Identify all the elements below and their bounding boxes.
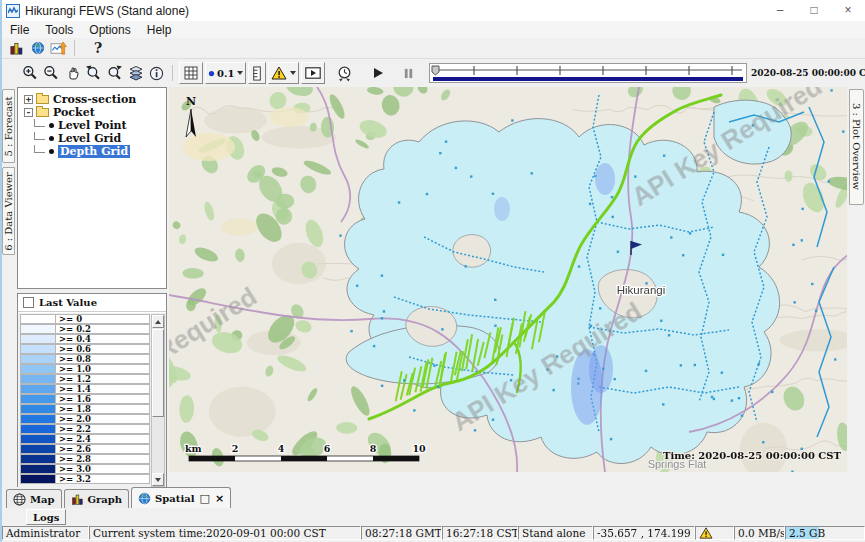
grid-toggle-button[interactable] bbox=[179, 62, 203, 84]
menu-tools[interactable]: Tools bbox=[37, 23, 81, 37]
map-display-icon[interactable] bbox=[27, 39, 48, 57]
legend-color-swatch bbox=[20, 414, 56, 424]
pan-icon[interactable] bbox=[62, 64, 83, 82]
tab-spatial[interactable]: Spatial □ × bbox=[131, 487, 231, 508]
legend-value: >= 1.2 bbox=[56, 374, 150, 384]
legend-value: >= 2.4 bbox=[56, 434, 150, 444]
tab-maximize-icon[interactable]: □ bbox=[200, 492, 210, 505]
scale-tick-label: 8 bbox=[370, 443, 377, 454]
time-slider[interactable] bbox=[429, 63, 747, 83]
dropdown-arrow-icon bbox=[237, 71, 243, 75]
status-system-time: Current system time:2020-09-01 00:00 CST bbox=[89, 526, 361, 540]
app-window: Hikurangi FEWS (Stand alone) – □ × File … bbox=[0, 0, 865, 542]
tree-item-level-grid[interactable]: Level Grid bbox=[24, 132, 166, 144]
legend-row[interactable]: >= 3.2 bbox=[20, 474, 150, 484]
last-value-row: Last Value bbox=[18, 294, 166, 312]
zoom-previous-icon[interactable] bbox=[83, 64, 104, 82]
legend-table: >= 0>= 0.2>= 0.4>= 0.6>= 0.8>= 1.0>= 1.2… bbox=[20, 314, 150, 488]
menu-help[interactable]: Help bbox=[139, 23, 180, 37]
tree-item-label: Pocket bbox=[53, 106, 95, 119]
legend-row[interactable]: >= 3.0 bbox=[20, 464, 150, 474]
status-mode: Stand alone bbox=[518, 526, 593, 540]
legend-value: >= 2.2 bbox=[56, 424, 150, 434]
legend-row[interactable]: >= 1.6 bbox=[20, 394, 150, 404]
collapse-icon[interactable]: - bbox=[24, 108, 33, 117]
zoom-next-icon[interactable] bbox=[104, 64, 125, 82]
ruler-toggle-button[interactable] bbox=[248, 62, 266, 84]
menu-file[interactable]: File bbox=[2, 23, 37, 37]
tree-item-pocket[interactable]: - Pocket bbox=[24, 106, 166, 118]
warnings-dropdown-button[interactable] bbox=[268, 62, 299, 84]
pause-icon[interactable] bbox=[398, 64, 419, 82]
legend-value: >= 0.6 bbox=[56, 344, 150, 354]
legend-row[interactable]: >= 1.4 bbox=[20, 384, 150, 394]
bar-chart-icon bbox=[71, 493, 84, 506]
legend-row[interactable]: >= 0.2 bbox=[20, 324, 150, 334]
menu-bar: File Tools Options Help bbox=[2, 21, 865, 39]
legend-color-swatch bbox=[20, 364, 56, 374]
expand-icon[interactable]: + bbox=[24, 95, 33, 104]
tab-map[interactable]: Map bbox=[6, 489, 62, 508]
tree-item-depth-grid[interactable]: Depth Grid bbox=[24, 145, 166, 157]
legend-row[interactable]: >= 0.6 bbox=[20, 344, 150, 354]
play-icon[interactable] bbox=[367, 64, 388, 82]
scrollbar-thumb[interactable] bbox=[152, 329, 164, 417]
animation-panel-button[interactable] bbox=[301, 62, 325, 84]
map-toolbar: 0.1 bbox=[2, 58, 865, 88]
tab-graph[interactable]: Graph bbox=[64, 489, 130, 508]
legend-value: >= 2.0 bbox=[56, 414, 150, 424]
set-time-icon[interactable] bbox=[334, 64, 355, 82]
tab-close-icon[interactable]: × bbox=[215, 492, 224, 505]
status-warning-cell[interactable] bbox=[695, 526, 734, 540]
spatial-display-icon[interactable] bbox=[48, 39, 69, 57]
tree-item-level-point[interactable]: Level Point bbox=[24, 119, 166, 131]
legend-body: >= 0>= 0.2>= 0.4>= 0.6>= 0.8>= 1.0>= 1.2… bbox=[18, 312, 166, 488]
legend-row[interactable]: >= 1.2 bbox=[20, 374, 150, 384]
logs-button[interactable]: Logs bbox=[26, 509, 66, 525]
legend-row[interactable]: >= 0 bbox=[20, 314, 150, 324]
app-logo-icon bbox=[6, 4, 20, 18]
tab-forecast[interactable]: 5 : Forecast bbox=[2, 89, 15, 163]
map-view[interactable]: API Key Required API Key Required API Ke… bbox=[169, 87, 848, 487]
legend-row[interactable]: >= 2.8 bbox=[20, 454, 150, 464]
legend-row[interactable]: >= 2.0 bbox=[20, 414, 150, 424]
maximize-button[interactable]: □ bbox=[797, 0, 831, 21]
left-tab-strip: 5 : Forecast 6 : Data Viewer bbox=[2, 87, 16, 487]
scroll-up-button[interactable] bbox=[152, 315, 164, 328]
legend-row[interactable]: >= 1.0 bbox=[20, 364, 150, 374]
legend-value: >= 1.6 bbox=[56, 394, 150, 404]
legend-row[interactable]: >= 2.4 bbox=[20, 434, 150, 444]
contour-interval-dropdown[interactable]: 0.1 bbox=[205, 62, 246, 84]
tree-item-cross-section[interactable]: + Cross-section bbox=[24, 93, 166, 105]
tab-data-viewer[interactable]: 6 : Data Viewer bbox=[2, 167, 15, 255]
map-time-overlay: Time: 2020-08-25 00:00:00 CST bbox=[663, 450, 842, 461]
legend-row[interactable]: >= 2.2 bbox=[20, 424, 150, 434]
zoom-out-icon[interactable] bbox=[41, 64, 62, 82]
legend-value: >= 0 bbox=[56, 314, 150, 324]
legend-color-swatch bbox=[20, 464, 56, 474]
layers-icon[interactable] bbox=[125, 64, 146, 82]
tab-plot-overview[interactable]: 3 : Plot Overview bbox=[849, 89, 864, 205]
last-value-checkbox[interactable] bbox=[23, 297, 34, 308]
database-display-icon[interactable] bbox=[6, 39, 27, 57]
zoom-in-icon[interactable] bbox=[20, 64, 41, 82]
menu-options[interactable]: Options bbox=[81, 23, 138, 37]
info-icon[interactable] bbox=[146, 64, 167, 82]
legend-value: >= 0.8 bbox=[56, 354, 150, 364]
scroll-down-button[interactable] bbox=[152, 473, 164, 486]
bullet-icon bbox=[49, 136, 54, 141]
legend-row[interactable]: >= 1.8 bbox=[20, 404, 150, 414]
legend-row[interactable]: >= 0.4 bbox=[20, 334, 150, 344]
help-icon[interactable]: ? bbox=[94, 40, 102, 56]
data-viewer-panel: + Cross-section - Pocket Level Point bbox=[16, 87, 169, 487]
legend-panel: Last Value >= 0>= 0.2>= 0.4>= 0.6>= 0.8>… bbox=[17, 293, 167, 487]
legend-row[interactable]: >= 0.8 bbox=[20, 354, 150, 364]
legend-row[interactable]: >= 2.6 bbox=[20, 444, 150, 454]
minimize-button[interactable]: – bbox=[763, 0, 797, 21]
legend-color-swatch bbox=[20, 374, 56, 384]
status-local-time: 16:27:18 CST bbox=[442, 526, 518, 540]
bullet-icon bbox=[49, 123, 54, 128]
close-button[interactable]: × bbox=[831, 0, 865, 21]
legend-scrollbar[interactable] bbox=[151, 314, 165, 487]
scale-tick-label: 2 bbox=[232, 443, 239, 454]
